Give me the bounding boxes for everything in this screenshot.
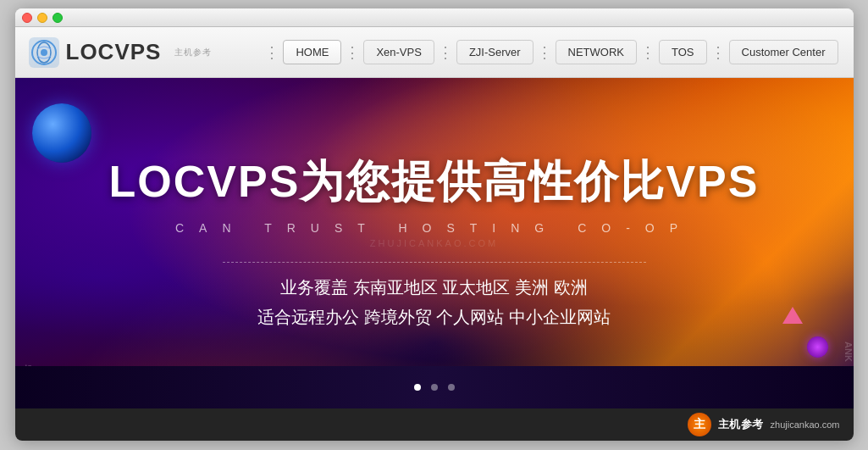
logo-area: LOCVPS xyxy=(29,37,162,68)
bottom-logo-icon: 主 xyxy=(688,413,711,436)
nav-sep-3: ⋮ xyxy=(535,43,554,62)
bottom-site-url: zhujicankao.com xyxy=(771,419,840,430)
navbar-watermark: 主机参考 xyxy=(174,47,212,58)
hero-desc2: 适合远程办公 跨境外贸 个人网站 中小企业网站 xyxy=(257,306,611,329)
navbar: LOCVPS 主机参考 ⋮ HOME ⋮ Xen-VPS ⋮ ZJI-Serve… xyxy=(15,27,854,78)
svg-point-3 xyxy=(41,49,47,56)
carousel-dot-3[interactable] xyxy=(448,384,455,391)
nav-sep-1: ⋮ xyxy=(343,43,362,62)
nav-sep-0: ⋮ xyxy=(263,43,281,62)
nav-zji-server[interactable]: ZJI-Server xyxy=(456,40,534,64)
titlebar xyxy=(15,8,854,27)
nav-home[interactable]: HOME xyxy=(283,40,341,64)
hero-title: LOCVPS为您提供高性价比VPS xyxy=(109,158,760,206)
carousel-dot-2[interactable] xyxy=(431,384,438,391)
hero-banner: ZHUJICANKAO.COM 机参考 ANK LOCVPS为您提供高性价比VP… xyxy=(15,78,854,408)
nav-items: ⋮ HOME ⋮ Xen-VPS ⋮ ZJI-Server ⋮ NETWORK … xyxy=(263,40,839,64)
browser-window: LOCVPS 主机参考 ⋮ HOME ⋮ Xen-VPS ⋮ ZJI-Serve… xyxy=(15,8,854,441)
maximize-button[interactable] xyxy=(53,13,63,23)
nav-tos[interactable]: TOS xyxy=(659,40,707,64)
logo-icon xyxy=(29,37,59,68)
carousel-dots xyxy=(15,366,854,408)
bottom-site-name: 主机参考 xyxy=(718,417,764,432)
minimize-button[interactable] xyxy=(37,13,47,23)
hero-content: LOCVPS为您提供高性价比VPS CAN TRUST HOSTING CO-O… xyxy=(15,78,854,408)
nav-network[interactable]: NETWORK xyxy=(556,40,637,64)
nav-customer-center[interactable]: Customer Center xyxy=(729,40,838,64)
hero-desc1: 业务覆盖 东南亚地区 亚太地区 美洲 欧洲 xyxy=(280,276,587,299)
hero-subtitle: CAN TRUST HOSTING CO-OP xyxy=(175,221,693,235)
carousel-dot-1[interactable] xyxy=(414,384,421,391)
traffic-lights xyxy=(22,13,63,23)
hero-divider xyxy=(223,262,646,263)
close-button[interactable] xyxy=(22,13,32,23)
nav-xen-vps[interactable]: Xen-VPS xyxy=(363,40,434,64)
nav-sep-5: ⋮ xyxy=(709,43,727,62)
nav-sep-2: ⋮ xyxy=(436,43,455,62)
bottom-bar: 主 主机参考 zhujicankao.com xyxy=(15,408,854,441)
nav-sep-4: ⋮ xyxy=(639,43,657,62)
logo-text: LOCVPS xyxy=(66,39,162,65)
